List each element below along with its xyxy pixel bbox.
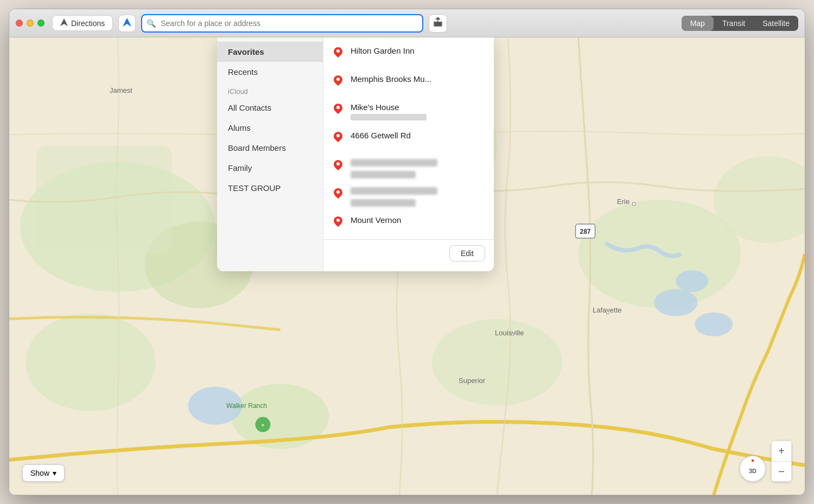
svg-point-11 — [26, 314, 156, 411]
lafayette-dot — [606, 311, 609, 314]
map-type-satellite[interactable]: Satellite — [754, 16, 798, 31]
all-contacts-item[interactable]: All Contacts — [217, 98, 323, 118]
louisville-dot — [511, 333, 514, 336]
map-area[interactable]: + 287 Jamest Erie Lafayette Louisville W… — [9, 37, 805, 495]
search-container: 🔍 — [141, 14, 423, 33]
location-arrow-icon — [123, 18, 131, 28]
dropdown-right-panel: Hilton Garden Inn Memphis Brooks Mu... M… — [323, 37, 494, 271]
location-button[interactable] — [118, 15, 136, 32]
alums-item[interactable]: Alums — [217, 118, 323, 138]
titlebar: Directions 🔍 Map Transit Satell — [9, 9, 805, 37]
svg-point-15 — [695, 312, 733, 336]
pin-icon — [332, 104, 344, 119]
pin-icon — [332, 75, 344, 91]
getwell-title: 4666 Getwell Rd — [351, 131, 411, 140]
zoom-in-button[interactable]: + — [771, 441, 792, 461]
blurred-subtitle-2 — [351, 199, 416, 207]
pin-icon — [332, 188, 344, 203]
getwell-text: 4666 Getwell Rd — [351, 131, 411, 140]
blurred-text-1 — [351, 159, 437, 178]
pin-icon — [332, 160, 344, 175]
traffic-lights — [16, 20, 44, 27]
svg-rect-10 — [36, 145, 172, 254]
show-label: Show — [30, 469, 49, 477]
erie-dot — [632, 202, 635, 206]
svg-point-6 — [578, 200, 741, 308]
mikes-house-item[interactable]: Mike's House — [323, 98, 494, 126]
svg-text:287: 287 — [580, 228, 591, 235]
three-d-button[interactable]: 3D — [740, 456, 766, 482]
directions-arrow-icon — [60, 18, 68, 28]
directions-button[interactable]: Directions — [52, 15, 113, 31]
svg-point-13 — [654, 289, 697, 316]
hilton-item[interactable]: Hilton Garden Inn — [323, 42, 494, 70]
mikes-subtitle — [351, 114, 427, 120]
share-icon — [434, 17, 442, 29]
memphis-item[interactable]: Memphis Brooks Mu... — [323, 70, 494, 98]
svg-point-14 — [676, 270, 708, 292]
memphis-title: Memphis Brooks Mu... — [351, 74, 431, 84]
close-button[interactable] — [16, 20, 23, 27]
hilton-title: Hilton Garden Inn — [351, 46, 415, 55]
show-dropdown-button[interactable]: Show ▾ — [22, 464, 65, 482]
dropdown-footer: Edit — [323, 239, 494, 267]
edit-button[interactable]: Edit — [449, 245, 485, 261]
recents-item[interactable]: Recents — [217, 62, 323, 82]
favorites-item[interactable]: Favorites — [217, 42, 323, 62]
zoom-controls: + − — [771, 441, 792, 482]
maximize-button[interactable] — [37, 20, 44, 27]
mount-vernon-item[interactable]: Mount Vernon — [323, 211, 494, 239]
pin-icon — [332, 132, 344, 147]
blurred-title-2 — [351, 187, 437, 195]
family-item[interactable]: Family — [217, 158, 323, 178]
search-input[interactable] — [141, 14, 423, 33]
board-members-item[interactable]: Board Members — [217, 138, 323, 158]
search-dropdown: Favorites Recents iCloud All Contacts Al… — [217, 37, 494, 271]
directions-label: Directions — [71, 19, 105, 28]
map-type-map[interactable]: Map — [682, 16, 714, 31]
pin-icon — [332, 47, 344, 62]
icloud-label: iCloud — [217, 82, 323, 98]
svg-text:+: + — [261, 422, 264, 428]
hilton-text: Hilton Garden Inn — [351, 46, 415, 55]
search-icon: 🔍 — [147, 19, 156, 28]
blurred-item-1[interactable] — [323, 155, 494, 183]
share-button[interactable] — [429, 14, 447, 33]
mount-vernon-text: Mount Vernon — [351, 215, 401, 225]
pin-icon — [332, 216, 344, 232]
blurred-item-2[interactable] — [323, 183, 494, 211]
svg-marker-1 — [123, 18, 131, 27]
mikes-title: Mike's House — [351, 103, 427, 112]
mikes-text: Mike's House — [351, 103, 427, 120]
three-d-label: 3D — [749, 468, 756, 474]
blurred-text-2 — [351, 187, 437, 207]
map-type-transit[interactable]: Transit — [714, 16, 754, 31]
map-type-group: Map Transit Satellite — [682, 16, 798, 31]
memphis-text: Memphis Brooks Mu... — [351, 74, 431, 84]
minimize-button[interactable] — [27, 20, 34, 27]
svg-point-12 — [188, 387, 243, 425]
svg-point-8 — [432, 319, 562, 406]
svg-marker-0 — [60, 18, 68, 26]
blurred-title-1 — [351, 159, 437, 167]
maps-window: Directions 🔍 Map Transit Satell — [9, 9, 805, 495]
zoom-out-button[interactable]: − — [771, 461, 792, 482]
dropdown-left-panel: Favorites Recents iCloud All Contacts Al… — [217, 37, 323, 271]
mount-vernon-title: Mount Vernon — [351, 215, 401, 225]
blurred-subtitle-1 — [351, 171, 416, 178]
getwell-item[interactable]: 4666 Getwell Rd — [323, 126, 494, 155]
show-chevron-icon: ▾ — [53, 469, 56, 477]
test-group-item[interactable]: TEST GROUP — [217, 178, 323, 198]
